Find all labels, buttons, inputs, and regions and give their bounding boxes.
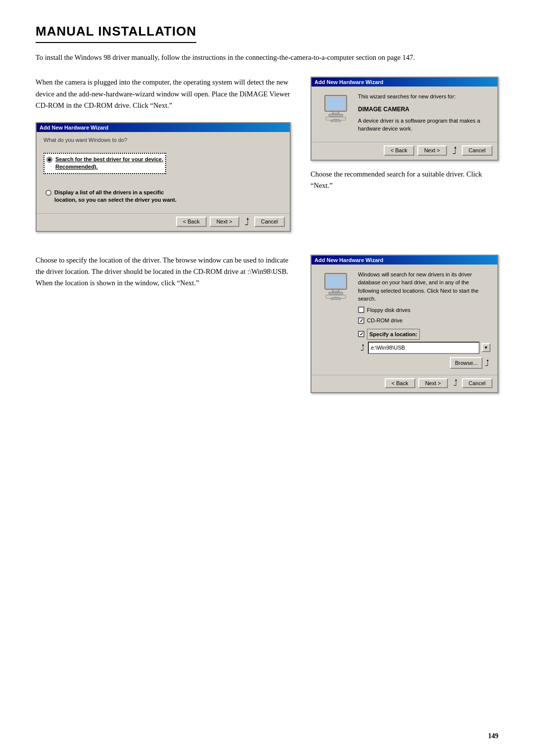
dialog1-next-button[interactable]: Next > bbox=[417, 145, 447, 156]
caption1-text: Choose the recommended search for a suit… bbox=[311, 169, 498, 191]
dialog3-buttons: < Back Next > ⮤ Cancel bbox=[312, 375, 497, 392]
dialog1-title: Add New Hardware Wizard bbox=[314, 79, 383, 85]
left-col-top: When the camera is plugged into the comp… bbox=[36, 77, 291, 239]
path-input-container[interactable]: e:\Win98\USB bbox=[368, 342, 480, 354]
dialog2-cancel-button[interactable]: Cancel bbox=[254, 217, 285, 227]
dialog3-cdrom-row[interactable]: CD-ROM drive bbox=[358, 316, 490, 325]
dialog2-box: Add New Hardware Wizard What do you want… bbox=[36, 122, 291, 232]
svg-point-5 bbox=[331, 119, 341, 122]
cursor4: ⮤ bbox=[484, 357, 489, 369]
radio2[interactable] bbox=[45, 190, 51, 196]
cursor1: ⮤ bbox=[243, 217, 250, 227]
specify-label: Specify a location: bbox=[367, 329, 420, 340]
right-col-top: Add New Hardware Wizard bbox=[311, 77, 498, 202]
svg-rect-1 bbox=[327, 97, 345, 109]
intro-text: To install the Windows 98 driver manuall… bbox=[36, 52, 498, 63]
lower-section: Choose to specify the location of the dr… bbox=[36, 255, 498, 401]
cursor2: ⮤ bbox=[451, 145, 457, 156]
dialog2-option1[interactable]: Search for the best driver for your devi… bbox=[44, 153, 166, 174]
section1-body: When the camera is plugged into the comp… bbox=[36, 77, 291, 111]
section2-body: Choose to specify the location of the dr… bbox=[36, 255, 291, 289]
dialog3-titlebar: Add New Hardware Wizard bbox=[312, 256, 497, 265]
path-input-row: ⮤ e:\Win98\USB ▼ bbox=[358, 342, 490, 354]
path-value: e:\Win98\USB bbox=[371, 344, 405, 352]
svg-rect-2 bbox=[333, 111, 339, 114]
dialog2-buttons: < Back Next > ⮤ Cancel bbox=[37, 213, 290, 231]
dialog1-buttons: < Back Next > ⮤ Cancel bbox=[312, 142, 497, 160]
floppy-label: Floppy disk drives bbox=[367, 306, 410, 314]
option1-text2: Recommended). bbox=[55, 164, 98, 170]
dialog1-wizard-text: This wizard searches for new drivers for… bbox=[358, 92, 490, 101]
svg-point-11 bbox=[331, 297, 341, 300]
dialog3-next-button[interactable]: Next > bbox=[418, 378, 448, 388]
dialog3-content: Windows will search for new drivers in i… bbox=[312, 265, 497, 375]
dialog3-title: Add New Hardware Wizard bbox=[314, 257, 383, 263]
page-title: MANUAL INSTALLATION bbox=[36, 24, 196, 43]
radio1[interactable] bbox=[46, 157, 52, 163]
dialog3-cancel-button[interactable]: Cancel bbox=[462, 378, 492, 388]
dialog1-description: A device driver is a software program th… bbox=[358, 117, 490, 133]
svg-rect-8 bbox=[333, 289, 339, 292]
computer-icon bbox=[321, 92, 351, 122]
svg-rect-7 bbox=[327, 275, 345, 287]
dialog1-text-area: This wizard searches for new drivers for… bbox=[358, 92, 490, 136]
dialog2-back-button[interactable]: < Back bbox=[176, 217, 207, 227]
cursor3: ⮤ bbox=[359, 342, 364, 354]
dialog1-cancel-button[interactable]: Cancel bbox=[462, 145, 492, 156]
cdrom-checkbox[interactable] bbox=[358, 317, 364, 324]
dialog2-question: What do you want Windows to do? bbox=[44, 137, 127, 143]
specify-section: Specify a location: ⮤ e:\Win98\USB ▼ bbox=[358, 329, 490, 369]
browse-button[interactable]: Browse... bbox=[450, 357, 483, 369]
cdrom-label: CD-ROM drive bbox=[367, 316, 402, 325]
dialog3-description: Windows will search for new drivers in i… bbox=[358, 270, 490, 303]
option2-text2: location, so you can select the driver y… bbox=[54, 197, 177, 203]
dialog1-back-button[interactable]: < Back bbox=[384, 145, 414, 156]
dialog1-icon-area bbox=[318, 92, 353, 122]
option2-text1: Display a list of all the drivers in a s… bbox=[54, 189, 164, 195]
dialog2-option2[interactable]: Display a list of all the drivers in a s… bbox=[44, 187, 178, 206]
dialog1-box: Add New Hardware Wizard bbox=[311, 77, 498, 161]
floppy-checkbox[interactable] bbox=[358, 307, 364, 313]
specify-checkbox[interactable] bbox=[358, 331, 364, 337]
page-number: 149 bbox=[488, 732, 498, 740]
path-dropdown[interactable]: ▼ bbox=[482, 343, 490, 352]
dialog3-box: Add New Hardware Wizard Windows will sea bbox=[311, 255, 498, 393]
left-col-lower: Choose to specify the location of the dr… bbox=[36, 255, 291, 300]
dialog2-next-button[interactable]: Next > bbox=[210, 217, 239, 227]
right-col-lower: Add New Hardware Wizard Windows will sea bbox=[311, 255, 498, 401]
cursor5: ⮤ bbox=[452, 378, 457, 388]
dialog1-content: This wizard searches for new drivers for… bbox=[312, 87, 497, 142]
specify-row[interactable]: Specify a location: bbox=[358, 329, 490, 340]
top-section: When the camera is plugged into the comp… bbox=[36, 77, 498, 239]
dialog1-device-name: DIMAGE CAMERA bbox=[358, 105, 490, 114]
dialog3-floppy-row[interactable]: Floppy disk drives bbox=[358, 306, 490, 314]
dialog2-titlebar: Add New Hardware Wizard bbox=[37, 123, 290, 132]
computer-icon-2 bbox=[321, 270, 351, 300]
dialog3-icon-area bbox=[318, 270, 353, 300]
dialog3-text-area: Windows will search for new drivers in i… bbox=[358, 270, 490, 369]
dialog1-titlebar: Add New Hardware Wizard bbox=[312, 78, 497, 87]
dialog2-title: Add New Hardware Wizard bbox=[40, 125, 108, 131]
browse-row: Browse... ⮤ bbox=[358, 357, 490, 369]
dialog3-back-button[interactable]: < Back bbox=[385, 378, 415, 388]
svg-rect-9 bbox=[329, 292, 343, 294]
svg-rect-3 bbox=[329, 114, 343, 116]
option1-text1: Search for the best driver for your devi… bbox=[55, 156, 163, 162]
